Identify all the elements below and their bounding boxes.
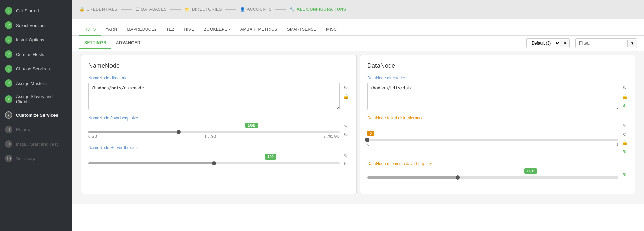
nav-step-icon-directories: 📁 [185,7,190,12]
filter-input-wrap: ▼ [575,38,637,48]
datanode-heap-plus-icon[interactable]: ⊕ [621,171,628,177]
sidebar-item-customize-services[interactable]: 7Customize Services [0,108,72,122]
service-tab-mapreduce2[interactable]: MAPREDUCE2 [122,24,162,36]
default-select-arrow[interactable]: ▼ [560,40,569,47]
nav-separator-1: —— [170,6,181,12]
namenode-heap-refresh-icon[interactable]: ↻ [342,131,349,138]
datanode-disk-section: DataNode failed disk tolerance 0 0 [367,116,628,154]
sidebar-item-summary[interactable]: 10Summary [0,151,72,166]
namenode-heap-edit-icon[interactable]: ✎ [342,123,349,130]
sidebar-item-choose-services[interactable]: ✓Choose Services [0,61,72,76]
datanode-disk-track[interactable] [367,139,618,141]
step-circle-summary: 10 [5,155,12,162]
sidebar-item-label-confirm-hosts: Confirm Hosts [16,52,44,57]
service-tab-hdfs[interactable]: HDFS [79,24,101,36]
namenode-heap-thumb[interactable] [177,130,181,134]
datanode-heap-badge: 1GB [524,168,537,174]
datanode-directories-input[interactable]: /hadoop/hdfs/data [367,83,618,110]
namenode-heap-badge-wrap: 1GB [88,123,340,129]
datanode-dir-refresh-icon[interactable]: ↻ [621,84,628,91]
datanode-disk-refresh-icon[interactable]: ↻ [621,131,628,138]
namenode-heap-row: 1GB 0 GB 1.5 GB 2.761 GB [88,123,349,138]
service-tab-yarn[interactable]: YARN [101,24,122,36]
filter-dropdown-arrow[interactable]: ▼ [627,40,637,47]
datanode-directories-label: DataNode directories [367,76,628,80]
datanode-dir-plus-icon[interactable]: ⊕ [621,102,628,109]
namenode-heap-track[interactable] [88,131,340,133]
default-select[interactable]: Default (3) ▼ [526,38,570,48]
nav-step-credentials[interactable]: 🔒CREDENTIALS [79,7,117,12]
step-circle-choose-services: ✓ [5,65,12,73]
nav-step-accounts[interactable]: 👤ACCOUNTS [240,7,272,12]
nav-step-all-configurations[interactable]: 🔧ALL CONFIGURATIONS [290,7,346,12]
nav-separator-0: —— [121,6,132,12]
datanode-heap-track[interactable] [367,176,618,179]
namenode-dir-lock-icon[interactable]: 🔒 [342,93,349,100]
datanode-heap-badge-wrap: 1GB [367,168,618,175]
sidebar-item-review[interactable]: 8Review [0,122,72,137]
step-circle-install-start-test: 9 [5,140,12,148]
service-tab-hive[interactable]: HIVE [179,24,199,36]
datanode-disk-max: 1 [616,142,618,146]
namenode-dir-refresh-icon[interactable]: ↻ [342,84,349,91]
datanode-disk-edit-icon[interactable]: ✎ [621,123,628,129]
service-tab-zookeeper[interactable]: ZOOKEEPER [199,24,235,36]
namenode-threads-track[interactable] [88,162,340,164]
sidebar-item-install-options[interactable]: ✓Install Options [0,32,72,47]
datanode-disk-plus-icon[interactable]: ⊕ [621,147,628,154]
nav-step-directories[interactable]: 📁DIRECTORIES [185,7,222,12]
datanode-title: DataNode [367,62,628,69]
top-navigation: 🔒CREDENTIALS——☰DATABASES——📁DIRECTORIES——… [72,0,644,19]
namenode-threads-thumb[interactable] [212,161,216,165]
service-tab-smartsense[interactable]: SMARTSENSE [282,24,321,36]
settings-tab-advanced[interactable]: ADVANCED [111,38,145,49]
datanode-heap-thumb[interactable] [456,175,460,180]
filter-input[interactable] [576,39,627,47]
service-tab-ambari-metrics[interactable]: AMBARI METRICS [235,24,282,36]
nav-step-icon-credentials: 🔒 [79,7,85,12]
step-circle-install-options: ✓ [5,36,12,44]
datanode-heap-row: 1GB ⊕ [367,168,628,180]
datanode-disk-thumb[interactable] [365,138,369,142]
datanode-heap-label: DataNode maximum Java heap size [367,161,628,166]
sidebar-item-confirm-hosts[interactable]: ✓Confirm Hosts [0,47,72,61]
settings-tabs: SETTINGSADVANCED [79,38,145,49]
sidebar-item-label-get-started: Get Started [16,8,39,13]
step-circle-assign-masters: ✓ [5,79,12,87]
sidebar-item-label-assign-masters: Assign Masters [16,81,47,86]
datanode-directories-actions: ↻ 🔒 ⊕ [621,83,628,109]
namenode-threads-edit-icon[interactable]: ✎ [342,152,349,159]
step-circle-get-started: ✓ [5,7,12,15]
nav-step-label-accounts: ACCOUNTS [247,7,272,12]
step-circle-customize-services: 7 [5,111,12,119]
namenode-directories-input[interactable]: /hadoop/hdfs/namenode [88,83,340,110]
datanode-dir-lock-icon[interactable]: 🔒 [621,93,628,100]
sidebar-item-assign-masters[interactable]: ✓Assign Masters [0,76,72,90]
main-content: 🔒CREDENTIALS——☰DATABASES——📁DIRECTORIES——… [72,0,644,231]
service-tab-misc[interactable]: MISC [321,24,342,36]
settings-tab-settings[interactable]: SETTINGS [79,38,111,49]
service-tabs: HDFSYARNMAPREDUCE2TEZHIVEZOOKEEPERAMBARI… [72,19,644,36]
sidebar-item-install-start-test[interactable]: 9Install, Start and Test [0,137,72,151]
sidebar-item-get-started[interactable]: ✓Get Started [0,3,72,18]
namenode-threads-fill [88,162,214,164]
nav-separator-2: —— [225,6,236,12]
sidebar: ✓Get Started✓Select Version✓Install Opti… [0,0,72,231]
step-circle-confirm-hosts: ✓ [5,50,12,58]
namenode-threads-refresh-icon[interactable]: ↻ [342,161,349,167]
namenode-heap-actions: ✎ ↻ [342,123,349,138]
default-select-input[interactable]: Default (3) [527,39,560,48]
sidebar-item-select-version[interactable]: ✓Select Version [0,18,72,32]
datanode-disk-lock-icon[interactable]: 🔒 [621,139,628,146]
datanode-panel: DataNode DataNode directories /hadoop/hd… [360,55,635,194]
nav-step-icon-all-configurations: 🔧 [290,7,295,12]
namenode-heap-min: 0 GB [88,134,97,138]
service-tab-tez[interactable]: TEZ [162,24,179,36]
nav-step-label-all-configurations: ALL CONFIGURATIONS [296,7,346,12]
nav-step-databases[interactable]: ☰DATABASES [135,7,167,12]
nav-step-label-databases: DATABASES [141,7,167,12]
datanode-disk-min: 0 [367,142,369,146]
namenode-threads-slider-wrap: 100 [88,154,340,166]
sidebar-item-label-customize-services: Customize Services [16,113,58,118]
sidebar-item-assign-slaves[interactable]: ✓Assign Slaves and Clients [0,90,72,108]
